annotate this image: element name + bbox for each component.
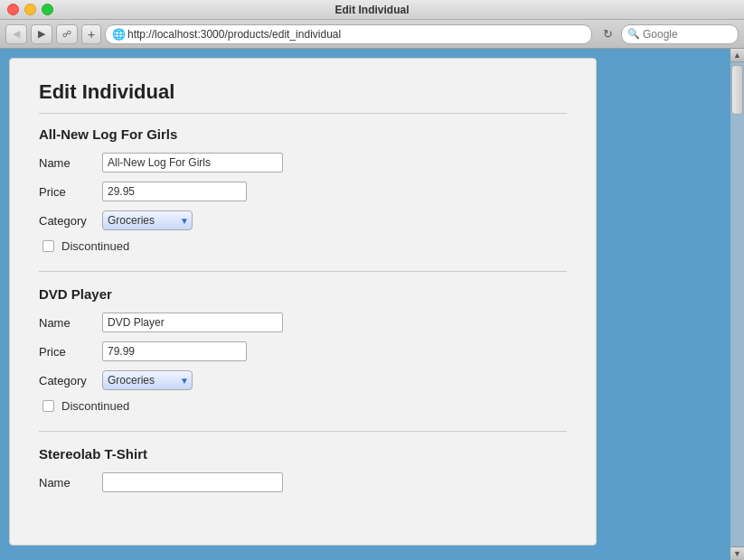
product-1-price-row: Price [39, 182, 567, 201]
scrollbar: ▲ ▼ [730, 49, 744, 560]
product-1-discontinued-row: Discontinued [39, 239, 567, 253]
product-1-category-select[interactable]: Groceries Electronics Clothing Books [102, 210, 193, 230]
product-2-price-row: Price [39, 341, 567, 361]
product-2-title: DVD Player [39, 286, 567, 302]
product-2-category-select[interactable]: Groceries Electronics Clothing Books [102, 370, 193, 390]
page-card: Edit Individual All-New Log For Girls Na… [9, 58, 597, 546]
close-button[interactable] [7, 4, 19, 15]
product-1-name-row: Name [39, 153, 567, 173]
product-3-title: Stereolab T-Shirt [39, 446, 567, 462]
product-1-discontinued-checkbox[interactable] [42, 240, 54, 252]
reader-button[interactable]: ☍ [56, 24, 78, 44]
scrollbar-thumb[interactable] [731, 65, 743, 115]
browser-body: Edit Individual All-New Log For Girls Na… [0, 49, 744, 560]
product-2-name-input[interactable] [102, 313, 283, 332]
product-2-category-wrapper: Groceries Electronics Clothing Books ▼ [102, 370, 193, 390]
product-section-2: DVD Player Name Price Category Groceries… [39, 286, 567, 413]
search-icon: 🔍 [627, 28, 640, 40]
title-bar: Edit Individual [0, 0, 744, 20]
product-1-category-row: Category Groceries Electronics Clothing … [39, 210, 567, 230]
maximize-button[interactable] [42, 4, 53, 15]
reload-button[interactable]: ↻ [598, 24, 617, 44]
product-2-name-row: Name [39, 313, 567, 332]
product-2-price-label: Price [39, 345, 102, 359]
product-1-title: All-New Log For Girls [39, 126, 567, 142]
scrollbar-down-button[interactable]: ▼ [730, 546, 744, 560]
toolbar: ◀ ▶ ☍ + 🌐 ↻ 🔍 [0, 20, 744, 49]
product-1-category-wrapper: Groceries Electronics Clothing Books ▼ [102, 210, 193, 230]
product-2-category-row: Category Groceries Electronics Clothing … [39, 370, 567, 390]
product-3-name-label: Name [39, 476, 102, 490]
content-area: Edit Individual All-New Log For Girls Na… [0, 49, 744, 560]
title-divider [39, 113, 567, 114]
search-input[interactable] [643, 28, 724, 41]
add-tab-button[interactable]: + [81, 24, 101, 44]
product-3-name-row: Name [39, 472, 567, 492]
product-1-discontinued-label[interactable]: Discontinued [61, 239, 129, 253]
product-2-discontinued-checkbox[interactable] [42, 400, 54, 412]
back-button[interactable]: ◀ [5, 24, 27, 44]
product-2-price-input[interactable] [102, 341, 247, 361]
product-1-category-label: Category [39, 214, 102, 228]
product-1-name-label: Name [39, 156, 102, 170]
product-section-3: Stereolab T-Shirt Name [39, 446, 567, 492]
product-3-name-input[interactable] [102, 472, 283, 492]
page-title: Edit Individual [39, 80, 567, 104]
product-2-divider [39, 431, 567, 432]
address-bar[interactable] [105, 24, 592, 44]
scrollbar-up-button[interactable]: ▲ [730, 49, 744, 62]
window-title: Edit Individual [334, 4, 409, 16]
product-1-name-input[interactable] [102, 153, 283, 173]
search-bar: 🔍 [621, 24, 739, 44]
product-2-discontinued-row: Discontinued [39, 399, 567, 413]
address-bar-wrapper: 🌐 [105, 24, 592, 44]
product-section-1: All-New Log For Girls Name Price Categor… [39, 126, 567, 253]
product-1-divider [39, 271, 567, 272]
product-1-price-label: Price [39, 185, 102, 199]
product-2-category-label: Category [39, 374, 102, 387]
minimize-button[interactable] [24, 4, 36, 15]
forward-button[interactable]: ▶ [31, 24, 52, 44]
product-1-price-input[interactable] [102, 182, 247, 201]
product-2-discontinued-label[interactable]: Discontinued [61, 399, 129, 413]
globe-icon: 🌐 [112, 28, 126, 41]
product-2-name-label: Name [39, 316, 102, 330]
window-controls [7, 4, 53, 15]
